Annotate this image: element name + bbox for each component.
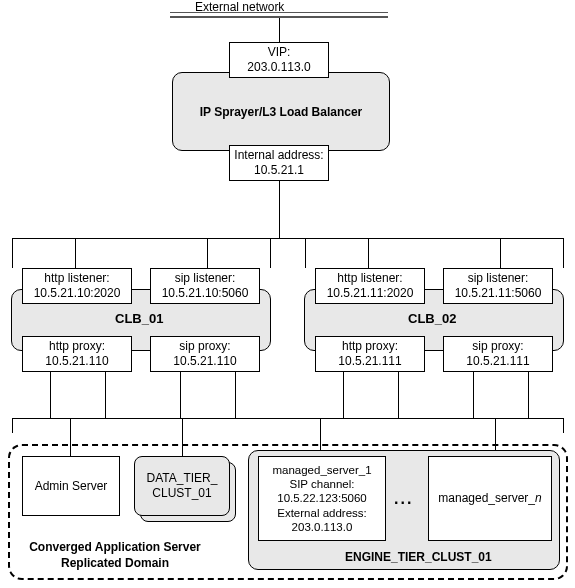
clb02-sip-proxy-label: sip proxy:: [472, 339, 523, 354]
line-clb02-httpproxy-down1: [343, 372, 344, 418]
clb01-sip-listener-label: sip listener:: [175, 271, 236, 286]
line-bus-to-clb01-left-edge: [12, 238, 13, 268]
vip-value: 203.0.113.0: [247, 60, 310, 75]
clb01-http-listener-value: 10.5.21.10:2020: [34, 286, 121, 301]
line-bus-to-clb01-httplistener: [75, 238, 76, 268]
line-clb01-httpproxy-down1: [50, 372, 51, 418]
clb01-sip-proxy-label: sip proxy:: [179, 339, 230, 354]
admin-server-label: Admin Server: [35, 479, 108, 494]
line-bus-to-clb01-siplistener: [207, 238, 208, 268]
internal-address-value: 10.5.21.1: [254, 163, 304, 178]
line-bus-to-clb02-httplistener: [368, 238, 369, 268]
data-tier-cluster-front: DATA_TIER_ CLUST_01: [134, 456, 230, 516]
managed-server-n-suffix: n: [535, 491, 542, 505]
bus-right-endcap: [563, 418, 564, 433]
managed-server-n-prefix: managed_server_: [438, 491, 535, 505]
admin-server-box: Admin Server: [22, 456, 120, 516]
managed-server-1-ext-value: 203.0.113.0: [292, 520, 353, 534]
managed-server-1-sip-value: 10.5.22.123:5060: [277, 491, 367, 505]
clb01-sip-listener: sip listener: 10.5.21.10:5060: [150, 268, 260, 304]
bus-under-lb: [12, 238, 563, 239]
clb01-sip-listener-value: 10.5.21.10:5060: [162, 286, 249, 301]
line-bus-to-clb02-siplistener: [500, 238, 501, 268]
clb02-label: CLB_02: [408, 311, 456, 326]
vip-label: VIP:: [268, 45, 291, 60]
line-bus-to-clb02-left-edge: [305, 238, 306, 268]
clb01-http-listener-label: http listener:: [44, 271, 109, 286]
clb02-sip-listener-value: 10.5.21.11:5060: [455, 286, 542, 301]
clb02-sip-listener: sip listener: 10.5.21.11:5060: [443, 268, 553, 304]
external-network-label: External network: [195, 0, 284, 14]
clb01-http-proxy-label: http proxy:: [49, 339, 105, 354]
clb02-http-proxy-label: http proxy:: [342, 339, 398, 354]
data-tier-line2: CLUST_01: [152, 486, 211, 500]
clb02-http-proxy-value: 10.5.21.111: [338, 354, 401, 369]
clb02-sip-listener-label: sip listener:: [468, 271, 529, 286]
clb01-http-proxy: http proxy: 10.5.21.110: [22, 336, 132, 372]
line-clb02-sipproxy-down2: [528, 372, 529, 418]
line-clb01-httpproxy-down2: [105, 372, 106, 418]
clb01-http-listener: http listener: 10.5.21.10:2020: [22, 268, 132, 304]
clb01-sip-proxy-value: 10.5.21.110: [173, 354, 236, 369]
load-balancer-box: IP Sprayer/L3 Load Balancer: [172, 72, 390, 151]
internal-address-box: Internal address: 10.5.21.1: [229, 145, 329, 181]
clb02-http-proxy: http proxy: 10.5.21.111: [315, 336, 425, 372]
domain-label-line1: Converged Application Server: [29, 540, 201, 554]
line-clb01-sipproxy-down2: [235, 372, 236, 418]
line-clb02-httpproxy-down2: [398, 372, 399, 418]
clb02-http-listener-label: http listener:: [337, 271, 402, 286]
clb01-sip-proxy: sip proxy: 10.5.21.110: [150, 336, 260, 372]
bus-under-clb: [12, 418, 563, 419]
domain-label-line2: Replicated Domain: [61, 556, 169, 570]
data-tier-line1: DATA_TIER_: [147, 471, 218, 485]
line-clb01-sipproxy-down1: [180, 372, 181, 418]
line-clb02-sipproxy-down1: [473, 372, 474, 418]
load-balancer-title: IP Sprayer/L3 Load Balancer: [200, 105, 363, 119]
clb02-sip-proxy-value: 10.5.21.111: [466, 354, 529, 369]
vip-box: VIP: 203.0.113.0: [229, 42, 329, 78]
line-bus-to-clb01-right-edge: [270, 238, 271, 268]
managed-server-1-ext-label: External address:: [277, 506, 367, 520]
managed-server-n-box: managed_server_n: [428, 456, 552, 541]
bus-left-endcap: [12, 418, 13, 433]
clb02-http-listener: http listener: 10.5.21.11:2020: [315, 268, 425, 304]
clb01-label: CLB_01: [115, 311, 163, 326]
managed-server-1-name: managed_server_1: [272, 463, 371, 477]
data-tier-cluster-stack: DATA_TIER_ CLUST_01: [134, 456, 230, 516]
ellipsis: ...: [394, 490, 413, 508]
managed-server-1-sip-label: SIP channel:: [289, 477, 354, 491]
clb02-http-listener-value: 10.5.21.11:2020: [327, 286, 414, 301]
managed-server-1-box: managed_server_1 SIP channel: 10.5.22.12…: [258, 456, 386, 541]
clb01-http-proxy-value: 10.5.21.110: [45, 354, 108, 369]
line-bus-to-clb02-right-edge: [563, 238, 564, 268]
domain-label: Converged Application Server Replicated …: [25, 540, 205, 571]
clb02-sip-proxy: sip proxy: 10.5.21.111: [443, 336, 553, 372]
internal-address-label: Internal address:: [234, 148, 323, 163]
engine-tier-cluster-label: ENGINE_TIER_CLUST_01: [345, 550, 492, 564]
